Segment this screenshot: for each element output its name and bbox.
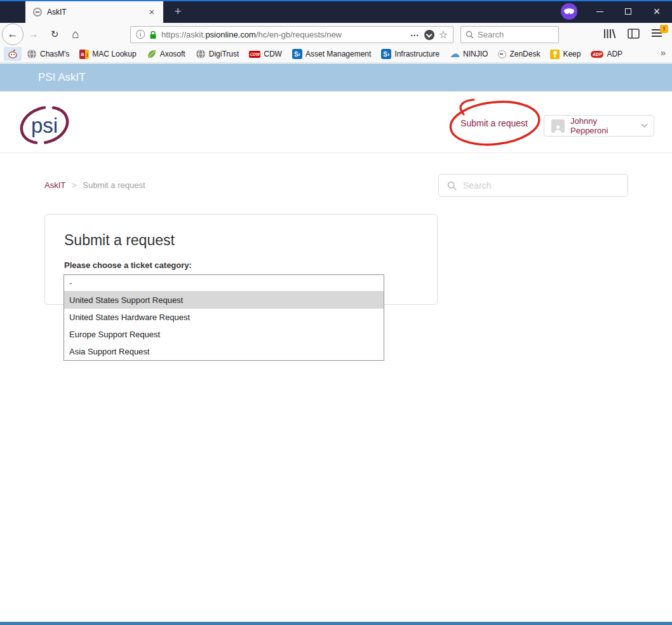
bookmark-axosoft[interactable]: Axosoft	[142, 47, 191, 61]
option-us-support[interactable]: United States Support Request	[64, 292, 384, 309]
breadcrumb: AskIT > Submit a request	[44, 180, 145, 190]
ticket-category-select[interactable]: - United States Support Request United S…	[64, 274, 384, 361]
zendesk-icon	[498, 50, 506, 58]
bookmark-cdw[interactable]: CDW CDW	[244, 48, 287, 60]
browser-tab-askit[interactable]: AskIT ×	[25, 1, 163, 23]
url-prefix: https://askit.	[161, 30, 205, 39]
library-icon[interactable]	[603, 29, 616, 39]
sidebar-toggle-icon[interactable]	[628, 29, 640, 39]
site-search-input[interactable]	[463, 180, 619, 191]
bookmark-chasms[interactable]: ChasM's	[22, 47, 74, 61]
browser-search-bar[interactable]	[460, 26, 559, 43]
avatar	[551, 119, 565, 133]
search-icon	[447, 181, 457, 191]
home-button[interactable]: ⌂	[67, 26, 84, 43]
bookmark-label: Keep	[563, 50, 581, 58]
bookmark-zendesk[interactable]: ZenDesk	[493, 48, 545, 60]
bookmark-label: DigiTrust	[209, 50, 239, 58]
url-text[interactable]: https://askit.psionline.com/hc/en-gb/req…	[161, 30, 342, 39]
pocket-icon[interactable]	[424, 30, 434, 40]
sharepoint-icon: S›	[381, 49, 391, 59]
option-asia-support[interactable]: Asia Support Request	[64, 343, 384, 360]
cloud-icon: ☁	[450, 49, 460, 59]
url-domain: psionline.com	[205, 30, 256, 39]
refresh-button[interactable]: ↻	[46, 26, 63, 43]
svg-text:psi: psi	[31, 114, 58, 137]
option-europe-support[interactable]: Europe Support Request	[64, 326, 384, 343]
secure-lock-icon	[149, 30, 157, 39]
cdw-icon: CDW	[249, 51, 260, 58]
maximize-button[interactable]	[614, 1, 642, 22]
tab-title: AskIT	[47, 8, 145, 17]
keep-lightbulb-icon	[550, 50, 560, 59]
tab-close-icon[interactable]: ×	[145, 6, 158, 18]
bookmark-mac-lookup[interactable]: aj MAC Lookup	[74, 48, 141, 61]
chevron-down-icon	[642, 121, 648, 127]
minimize-button[interactable]	[586, 1, 614, 22]
bookmark-label: Axosoft	[160, 50, 185, 58]
bookmark-label: NINJIO	[463, 50, 488, 58]
window-accent-line	[0, 0, 672, 1]
breadcrumb-separator: >	[72, 181, 76, 190]
bookmark-label: CDW	[264, 50, 282, 58]
breadcrumb-current: Submit a request	[83, 180, 145, 190]
window-close-button[interactable]: ×	[643, 1, 671, 22]
bookmark-label: MAC Lookup	[92, 50, 136, 58]
url-bar[interactable]: ⓘ https://askit.psionline.com/hc/en-gb/r…	[130, 26, 454, 43]
bookmark-digitrust[interactable]: DigiTrust	[191, 47, 245, 61]
site-search-box[interactable]	[438, 174, 628, 197]
bookmark-reddit[interactable]	[4, 47, 22, 61]
bottom-accent-bar	[0, 622, 672, 625]
bookmark-star-icon[interactable]: ☆	[439, 29, 448, 41]
bookmark-asset-management[interactable]: S› Asset Management	[287, 47, 376, 61]
page-info-icon[interactable]: ⓘ	[136, 29, 145, 41]
option-us-hardware[interactable]: United States Hardware Request	[64, 309, 384, 326]
category-label: Please choose a ticket category:	[64, 260, 192, 270]
site-favicon-icon	[33, 8, 42, 17]
user-name: Johnny Pepperoni	[570, 116, 636, 135]
psi-logo[interactable]: psi	[18, 103, 71, 147]
page-actions-icon[interactable]: ⋯	[410, 30, 420, 40]
reddit-icon	[8, 49, 18, 59]
bookmark-ninjio[interactable]: ☁ NINJIO	[445, 47, 493, 61]
sharepoint-icon: S›	[292, 49, 302, 59]
select-current-value[interactable]: -	[64, 275, 384, 292]
bookmark-label: ChasM's	[40, 50, 69, 58]
new-tab-button[interactable]: +	[169, 3, 187, 20]
browser-window: AskIT × + × ← → ↻ ⌂ ⓘ https://askit.psio…	[0, 0, 672, 625]
bookmark-label: Asset Management	[306, 50, 371, 58]
search-icon	[466, 30, 474, 39]
bookmark-infrastructure[interactable]: S› Infrastructure	[376, 47, 445, 61]
bookmarks-toolbar: ChasM's aj MAC Lookup Axosoft DigiTrust …	[0, 46, 672, 63]
bookmark-label: ZenDesk	[509, 50, 540, 58]
forward-button[interactable]: →	[25, 26, 42, 43]
globe-icon	[196, 49, 206, 59]
bookmarks-overflow-chevron-icon[interactable]: »	[661, 47, 666, 58]
url-path: /hc/en-gb/requests/new	[256, 30, 342, 39]
browser-search-input[interactable]	[478, 30, 554, 39]
adp-icon: ADP	[591, 51, 603, 58]
mac-lookup-icon: aj	[79, 50, 89, 59]
bookmark-label: ADP	[607, 50, 622, 58]
back-button[interactable]: ←	[2, 24, 24, 45]
breadcrumb-askit-link[interactable]: AskIT	[44, 180, 65, 190]
person-icon	[554, 124, 562, 133]
menu-alert-badge: !	[660, 25, 668, 33]
private-browsing-mask-icon	[561, 3, 577, 20]
form-title: Submit a request	[64, 232, 175, 249]
globe-icon	[27, 49, 37, 59]
bookmark-keep[interactable]: Keep	[545, 48, 586, 61]
bookmark-label: Infrastructure	[394, 50, 440, 58]
site-banner-title: PSI AskIT	[0, 64, 672, 91]
leaf-icon	[147, 49, 157, 59]
user-menu-button[interactable]: Johnny Pepperoni	[544, 115, 654, 137]
submit-request-link[interactable]: Submit a request	[452, 118, 536, 128]
bookmark-adp[interactable]: ADP ADP	[586, 48, 628, 60]
